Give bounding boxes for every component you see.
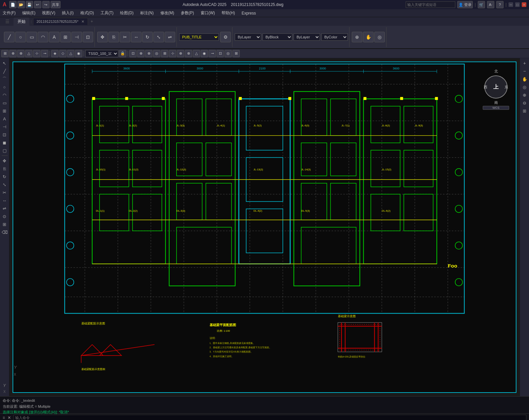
tab-start[interactable]: 开始 xyxy=(14,18,29,26)
command-input[interactable] xyxy=(14,415,526,420)
zoom-extents-btn[interactable]: ⊕ xyxy=(352,32,362,42)
tb2-misc9[interactable]: △ xyxy=(193,50,200,57)
lt-erase[interactable]: ⌫ xyxy=(1,229,8,236)
tb2-misc11[interactable]: ⊸ xyxy=(209,50,216,57)
tb2-misc3[interactable]: ⊗ xyxy=(145,50,152,57)
tb2-snap4[interactable]: ◉ xyxy=(75,50,82,57)
open-btn[interactable]: 📂 xyxy=(18,1,25,8)
close-btn[interactable]: ✕ xyxy=(522,2,526,7)
autodesk-btn[interactable]: A· xyxy=(487,1,494,8)
extend-btn[interactable]: ↔ xyxy=(131,32,142,42)
copy-btn[interactable]: ⎘ xyxy=(108,32,119,42)
lt-hatch[interactable]: ⊞ xyxy=(1,107,8,114)
tb2-misc12[interactable]: ⊡ xyxy=(217,50,224,57)
trim-btn[interactable]: ✂ xyxy=(120,32,130,42)
rp-zoom-in[interactable]: + xyxy=(521,60,528,67)
block-btn[interactable]: ⊡ xyxy=(83,32,93,42)
tb2-btn3[interactable]: ⊗ xyxy=(17,50,24,57)
lt-rect[interactable]: ▭ xyxy=(1,99,8,106)
rotate-btn[interactable]: ↻ xyxy=(142,32,153,42)
rp-pan[interactable]: ✋ xyxy=(521,75,528,83)
text-btn[interactable]: A xyxy=(49,32,60,42)
tb2-misc8[interactable]: ⊗ xyxy=(185,50,192,57)
undo-btn[interactable]: ↩ xyxy=(34,1,41,8)
menu-file[interactable]: 文件(F) xyxy=(1,10,17,17)
new-tab-btn[interactable]: + xyxy=(88,18,96,25)
menu-edit[interactable]: 编辑(E) xyxy=(21,10,37,17)
share-btn[interactable]: 共享 xyxy=(51,1,61,8)
menu-window[interactable]: 窗口(W) xyxy=(199,10,216,17)
tb2-btn6[interactable]: ⊸ xyxy=(41,50,48,57)
minimize-btn[interactable]: ─ xyxy=(509,2,513,7)
lt-extend[interactable]: ↔ xyxy=(1,197,8,204)
menu-modify[interactable]: 修改(M) xyxy=(159,10,176,17)
tb2-btn4[interactable]: △ xyxy=(25,50,32,57)
rp-orbit[interactable]: ◎ xyxy=(521,83,528,91)
layer-dropdown[interactable]: PUB_TITLE xyxy=(179,33,219,41)
tb2-snap2[interactable]: ◇ xyxy=(59,50,66,57)
tb2-misc14[interactable]: ⊞ xyxy=(232,50,240,57)
scale-btn[interactable]: ⤡ xyxy=(153,32,164,42)
color-dropdown[interactable]: ByLayer xyxy=(235,33,261,41)
menu-tools[interactable]: 工具(T) xyxy=(99,10,115,17)
redo-btn[interactable]: ↪ xyxy=(42,1,50,8)
rp-zoom-ext[interactable]: ⊕ xyxy=(521,91,528,99)
lt-dim[interactable]: ⊣ xyxy=(1,123,8,130)
lt-line[interactable]: ╱ xyxy=(1,67,8,75)
cart-icon[interactable]: 🛒 xyxy=(478,1,485,8)
tb2-misc13[interactable]: ◎ xyxy=(224,50,232,57)
search-input[interactable] xyxy=(406,1,455,8)
rp-zoom-prev[interactable]: ⊖ xyxy=(521,99,528,106)
lt-region[interactable]: ◼ xyxy=(1,139,8,146)
tb2-btn1[interactable]: ⊞ xyxy=(1,50,9,57)
save-btn[interactable]: 💾 xyxy=(26,1,33,8)
tb2-misc5[interactable]: ⊞ xyxy=(161,50,168,57)
lt-rotate[interactable]: ↻ xyxy=(1,173,8,180)
lt-wipeout[interactable]: ▢ xyxy=(1,147,8,154)
new-btn[interactable]: 📄 xyxy=(9,1,17,8)
pan-btn[interactable]: ✋ xyxy=(363,32,374,42)
lt-arc[interactable]: ◠ xyxy=(1,91,8,99)
menu-view[interactable]: 视图(V) xyxy=(41,10,57,17)
tb2-misc4[interactable]: ◎ xyxy=(153,50,160,57)
maximize-btn[interactable]: □ xyxy=(515,2,520,7)
lt-block[interactable]: ⊡ xyxy=(1,131,8,138)
lt-move[interactable]: ✥ xyxy=(1,157,8,164)
circle-btn[interactable]: ○ xyxy=(15,32,26,42)
menu-annotation[interactable]: 标注(N) xyxy=(139,10,155,17)
lt-mirror[interactable]: ⇌ xyxy=(1,205,8,212)
tb2-misc6[interactable]: ⊹ xyxy=(169,50,176,57)
dim-btn[interactable]: ⊣ xyxy=(71,32,82,42)
menu-help[interactable]: 帮助(H) xyxy=(220,10,236,17)
cmd-x-btn[interactable]: ✕ xyxy=(8,415,11,420)
line-btn[interactable]: ╱ xyxy=(4,32,15,42)
menu-format[interactable]: 格式(O) xyxy=(79,10,95,17)
lineweight-dropdown[interactable]: ByLayer xyxy=(294,33,320,41)
canvas-area[interactable]: www.znzmo.com www.znzmo.com www.znzmo.co… xyxy=(9,58,520,396)
menu-draw[interactable]: 绘图(D) xyxy=(119,10,135,17)
tb2-misc2[interactable]: ⊕ xyxy=(137,50,144,57)
menu-params[interactable]: 参数(P) xyxy=(180,10,195,17)
help-btn[interactable]: ? xyxy=(496,1,504,8)
rp-zoom-out[interactable]: − xyxy=(521,67,528,75)
file-tab[interactable]: 20119121315782510125* ✕ xyxy=(33,18,88,25)
lt-text[interactable]: A xyxy=(1,115,8,122)
lt-array[interactable]: ⊞ xyxy=(1,221,8,228)
rect-btn[interactable]: ▭ xyxy=(26,32,37,42)
tb2-btn5[interactable]: ⊹ xyxy=(33,50,40,57)
lt-offset[interactable]: ⊙ xyxy=(1,213,8,220)
plotstyle-dropdown[interactable]: ByColor xyxy=(321,33,348,41)
tb2-snap3[interactable]: △ xyxy=(67,50,74,57)
mirror-btn[interactable]: ⇌ xyxy=(165,32,175,42)
lt-circle[interactable]: ○ xyxy=(1,83,8,91)
sign-in-btn[interactable]: 👤 登录 xyxy=(457,1,473,8)
lt-select[interactable]: ↖ xyxy=(1,60,8,67)
arc-btn[interactable]: ◠ xyxy=(38,32,48,42)
lt-copy[interactable]: ⎘ xyxy=(1,165,8,172)
tb2-misc10[interactable]: ◉ xyxy=(201,50,208,57)
lt-scale[interactable]: ⤡ xyxy=(1,181,8,188)
menu-insert[interactable]: 插入(I) xyxy=(61,10,75,17)
lt-trim[interactable]: ✂ xyxy=(1,189,8,196)
scale-lock-btn[interactable]: 🔒 xyxy=(119,50,126,57)
tb2-btn2[interactable]: ⊕ xyxy=(9,50,17,57)
